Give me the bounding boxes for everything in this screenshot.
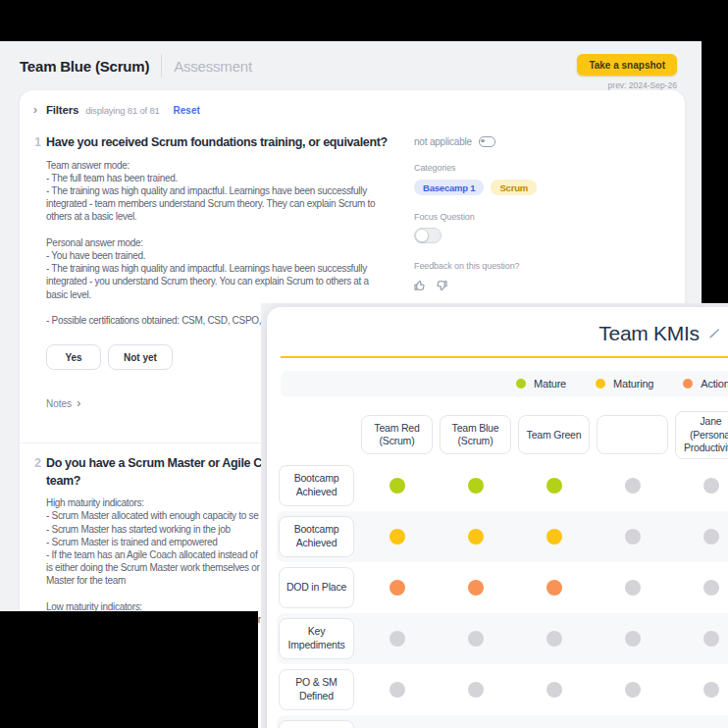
redacted-area-right xyxy=(702,41,728,304)
page-title: Team Blue (Scrum) xyxy=(20,58,149,75)
redacted-area-bottom-left xyxy=(0,611,258,728)
kmi-grid: Team Red (Scrum)Team Blue (Scrum)Team Gr… xyxy=(267,411,728,728)
kmi-row-label: Key Impediments xyxy=(279,618,354,659)
kmi-status-dot[interactable] xyxy=(390,580,405,596)
kmi-status-dot[interactable] xyxy=(468,478,484,494)
previous-snapshot-date: prev: 2024-Sep-26 xyxy=(608,80,677,90)
kmi-status-cell xyxy=(597,580,668,596)
legend-dot-icon xyxy=(516,379,526,389)
kmi-status-cell xyxy=(597,529,668,545)
question-description: Team answer mode: - The full team has be… xyxy=(46,159,440,328)
not-applicable-label: not applicable xyxy=(414,136,472,147)
kmi-status-dot[interactable] xyxy=(625,682,641,698)
focus-question-toggle[interactable] xyxy=(414,228,442,243)
kmi-status-dot[interactable] xyxy=(625,529,641,545)
kmi-table-row: PO & SM xyxy=(277,715,728,728)
legend-item: Mature xyxy=(516,378,566,390)
kmi-status-dot[interactable] xyxy=(546,529,562,545)
kmi-row-label: Bootcamp Achieved xyxy=(279,516,354,557)
kmi-status-dot[interactable] xyxy=(468,529,484,545)
notes-label: Notes xyxy=(46,398,72,409)
kmi-status-dot[interactable] xyxy=(703,631,719,647)
breadcrumb-section: Assessment xyxy=(174,58,252,75)
categories-label: Categories xyxy=(414,163,674,173)
kmi-status-cell xyxy=(518,580,590,596)
legend-item: Action required xyxy=(683,378,728,390)
kmi-column-header: Jane (Personal Productivity) xyxy=(675,411,728,459)
kmi-row-label: PO & SM xyxy=(279,720,354,728)
kmi-title-row: Team KMIs xyxy=(267,307,728,348)
kmi-column-headers: Team Red (Scrum)Team Blue (Scrum)Team Gr… xyxy=(277,411,728,459)
kmi-table-row: Bootcamp Achieved xyxy=(277,511,728,562)
team-kmis-panel: Team KMIs MatureMaturingAction required … xyxy=(267,307,728,728)
kmi-table-row: Bootcamp Achieved xyxy=(277,460,728,511)
legend-item: Maturing xyxy=(596,378,653,390)
kmi-status-dot[interactable] xyxy=(468,580,484,596)
kmi-table-row: DOD in Place xyxy=(277,562,728,613)
kmi-status-dot[interactable] xyxy=(390,478,405,494)
question-title: Have you received Scrum foundations trai… xyxy=(46,134,440,152)
kmi-status-cell xyxy=(518,478,590,494)
filters-bar: › Filters displaying 81 of 81 Reset xyxy=(20,90,685,116)
kmi-status-cell xyxy=(597,631,668,647)
edit-pencil-icon[interactable] xyxy=(707,328,720,340)
kmi-row-label: DOD in Place xyxy=(279,567,354,608)
header-divider xyxy=(161,54,162,78)
kmi-status-dot[interactable] xyxy=(468,631,484,647)
question-number: 1 xyxy=(26,135,41,149)
focus-question-label: Focus Question xyxy=(414,212,674,222)
thumbs-up-icon[interactable] xyxy=(414,280,426,291)
kmi-status-dot[interactable] xyxy=(390,682,405,698)
kmi-status-cell xyxy=(675,682,728,698)
answer-notyet-button[interactable]: Not yet xyxy=(108,344,173,370)
legend-label: Mature xyxy=(534,378,566,390)
notes-chevron-icon: › xyxy=(77,397,80,409)
kmi-status-dot[interactable] xyxy=(546,631,562,647)
filters-reset-link[interactable]: Reset xyxy=(174,105,200,116)
kmi-status-cell xyxy=(675,478,728,494)
kmi-status-dot[interactable] xyxy=(703,580,719,596)
kmi-overlay-window: Team KMIs MatureMaturingAction required … xyxy=(261,303,728,728)
kmi-status-dot[interactable] xyxy=(546,478,562,494)
kmi-status-cell xyxy=(440,580,511,596)
kmi-column-header xyxy=(597,415,668,454)
filters-displaying-count: displaying 81 of 81 xyxy=(85,105,159,116)
thumbs-down-icon[interactable] xyxy=(436,280,447,291)
feedback-buttons xyxy=(414,280,674,291)
kmi-panel-title: Team KMIs xyxy=(598,322,699,345)
kmi-status-dot[interactable] xyxy=(625,478,641,494)
kmi-status-cell xyxy=(518,631,590,647)
kmi-status-cell xyxy=(361,631,433,647)
kmi-table-row: Key Impediments xyxy=(277,613,728,664)
filters-label: Filters xyxy=(46,104,78,116)
kmi-status-dot[interactable] xyxy=(468,682,484,698)
question-meta-column: not applicable Categories Basecamp 1 Scr… xyxy=(414,136,674,291)
kmi-row-label: PO & SM Defined xyxy=(279,669,354,710)
category-pill-scrum: Scrum xyxy=(491,180,537,195)
kmi-status-cell xyxy=(361,580,433,596)
not-applicable-toggle[interactable] xyxy=(479,136,495,147)
answer-yes-button[interactable]: Yes xyxy=(46,344,101,370)
legend-dot-icon xyxy=(596,379,605,389)
kmi-status-cell xyxy=(518,682,590,698)
kmi-status-cell xyxy=(597,682,668,698)
kmi-status-dot[interactable] xyxy=(390,631,405,647)
take-snapshot-button[interactable]: Take a snapshot xyxy=(577,54,677,76)
kmi-status-dot[interactable] xyxy=(703,682,719,698)
filters-expand-icon[interactable]: › xyxy=(27,104,43,116)
legend-dot-icon xyxy=(683,379,693,389)
kmi-status-cell xyxy=(361,478,433,494)
kmi-status-cell xyxy=(361,529,433,545)
kmi-status-dot[interactable] xyxy=(546,682,562,698)
kmi-column-header: Team Blue (Scrum) xyxy=(440,415,511,454)
kmi-status-dot[interactable] xyxy=(546,580,562,596)
category-pill-basecamp: Basecamp 1 xyxy=(414,180,484,195)
legend-label: Action required xyxy=(701,378,728,390)
kmi-status-dot[interactable] xyxy=(625,580,641,596)
kmi-status-cell xyxy=(440,478,511,494)
kmi-status-dot[interactable] xyxy=(703,529,719,545)
kmi-legend: MatureMaturingAction required xyxy=(281,371,728,396)
kmi-status-dot[interactable] xyxy=(390,529,405,545)
kmi-status-dot[interactable] xyxy=(703,478,719,494)
kmi-status-dot[interactable] xyxy=(625,631,641,647)
